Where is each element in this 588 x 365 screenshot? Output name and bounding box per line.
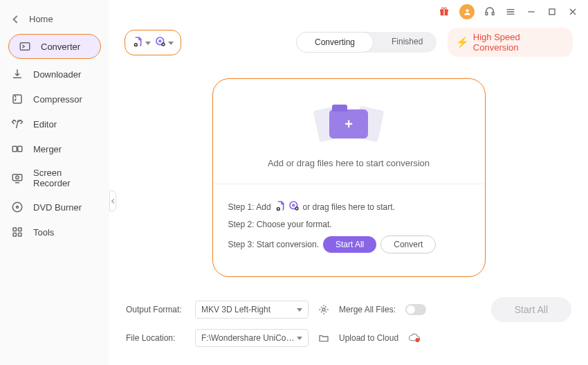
step-3: Step 3: Start conversion. Start All Conv… xyxy=(228,235,470,253)
sidebar-item-label: Downloader xyxy=(33,69,81,80)
dvd-burner-icon xyxy=(11,201,24,213)
svg-point-5 xyxy=(16,176,19,179)
svg-point-23 xyxy=(159,40,161,42)
start-all-button[interactable]: Start All xyxy=(323,236,376,253)
merge-label: Merge All Files: xyxy=(339,305,396,314)
editor-icon xyxy=(11,118,24,130)
add-file-icon xyxy=(132,36,143,49)
sidebar-item-screen-recorder[interactable]: Screen Recorder xyxy=(0,161,109,195)
maximize-icon[interactable] xyxy=(546,6,558,17)
sidebar-item-label: Screen Recorder xyxy=(33,168,98,188)
file-location-label: File Location: xyxy=(126,333,185,343)
output-format-select[interactable]: MKV 3D Left-Right xyxy=(195,301,309,319)
svg-rect-3 xyxy=(18,146,22,152)
add-file-icon xyxy=(275,200,286,213)
compressor-icon xyxy=(11,93,24,105)
svg-point-30 xyxy=(416,338,420,342)
svg-rect-9 xyxy=(19,228,22,231)
folder-icon: + xyxy=(329,109,368,139)
home-label: Home xyxy=(29,14,53,24)
main-panel: Converting Finished ⚡ High Speed Convers… xyxy=(109,0,588,365)
add-file-button[interactable] xyxy=(132,36,151,49)
add-disc-icon xyxy=(155,36,166,49)
svg-point-6 xyxy=(12,202,22,212)
step-1-post: or drag files here to start. xyxy=(303,202,395,212)
svg-point-17 xyxy=(466,9,468,12)
screen-recorder-icon xyxy=(11,172,24,184)
svg-point-29 xyxy=(322,308,325,311)
gear-icon[interactable] xyxy=(318,304,329,315)
home-button[interactable]: Home xyxy=(0,7,109,31)
user-avatar[interactable] xyxy=(459,4,475,19)
menu-icon[interactable] xyxy=(505,6,516,17)
bottombar: Output Format: MKV 3D Left-Right Merge A… xyxy=(109,289,588,365)
svg-rect-1 xyxy=(13,95,21,103)
caret-down-icon xyxy=(145,42,151,45)
sidebar-item-editor[interactable]: Editor xyxy=(0,112,109,136)
close-icon[interactable] xyxy=(567,6,578,17)
sidebar-item-converter[interactable]: Converter xyxy=(8,34,101,59)
svg-rect-18 xyxy=(486,12,488,15)
svg-rect-2 xyxy=(12,146,17,152)
tools-icon xyxy=(11,226,24,238)
folder-open-icon[interactable] xyxy=(318,332,329,344)
step-3-text: Step 3: Start conversion. xyxy=(228,240,319,249)
chevron-left-icon xyxy=(111,198,116,203)
sidebar-item-dvd-burner[interactable]: DVD Burner xyxy=(0,195,109,220)
svg-point-15 xyxy=(442,8,444,10)
titlebar xyxy=(109,0,588,24)
svg-point-16 xyxy=(445,8,447,10)
file-location-select[interactable]: F:\Wondershare UniConverter 1 xyxy=(195,329,309,347)
folder-stack-icon: + xyxy=(311,100,387,148)
add-disc-icon xyxy=(288,200,300,213)
svg-rect-4 xyxy=(12,175,22,181)
downloader-icon xyxy=(11,68,24,80)
start-all-main-button[interactable]: Start All xyxy=(491,297,571,322)
cloud-icon[interactable] xyxy=(408,333,421,343)
sidebar-collapse-button[interactable] xyxy=(109,190,116,211)
hsc-label: High Speed Conversion xyxy=(473,32,564,53)
output-row: Output Format: MKV 3D Left-Right Merge A… xyxy=(126,297,571,322)
sidebar-item-compressor[interactable]: Compressor xyxy=(0,87,109,112)
svg-point-27 xyxy=(293,204,295,206)
add-tools-group xyxy=(125,30,181,55)
svg-rect-19 xyxy=(492,12,494,15)
sidebar: Home Converter Downloader Compressor Edi… xyxy=(0,0,109,365)
sidebar-item-label: Converter xyxy=(41,42,80,52)
sidebar-item-label: Tools xyxy=(33,227,54,238)
bolt-icon: ⚡ xyxy=(456,36,469,48)
tabs: Converting Finished xyxy=(296,32,437,53)
convert-button[interactable]: Convert xyxy=(380,235,436,253)
merger-icon xyxy=(11,143,24,155)
location-row: File Location: F:\Wondershare UniConvert… xyxy=(126,329,571,347)
sidebar-item-downloader[interactable]: Downloader xyxy=(0,62,109,87)
minimize-icon[interactable] xyxy=(526,6,537,17)
sidebar-item-label: Compressor xyxy=(33,94,82,105)
add-disc-button[interactable] xyxy=(155,36,174,49)
gift-icon[interactable] xyxy=(439,6,450,17)
svg-point-7 xyxy=(17,206,19,208)
plus-icon: + xyxy=(344,116,353,132)
svg-rect-8 xyxy=(13,228,17,231)
svg-rect-20 xyxy=(549,9,555,15)
sidebar-item-label: Merger xyxy=(33,144,62,154)
caret-down-icon xyxy=(297,308,302,312)
high-speed-conversion-button[interactable]: ⚡ High Speed Conversion xyxy=(448,28,573,57)
dropzone-text: Add or drag files here to start conversi… xyxy=(268,158,430,168)
dropzone[interactable]: + Add or drag files here to start conver… xyxy=(212,78,486,277)
merge-toggle[interactable] xyxy=(405,304,426,315)
headset-icon[interactable] xyxy=(484,6,495,17)
svg-rect-10 xyxy=(13,233,17,237)
svg-rect-14 xyxy=(443,10,444,16)
caret-down-icon xyxy=(168,42,174,45)
content-area: + Add or drag files here to start conver… xyxy=(109,66,588,289)
sidebar-item-label: DVD Burner xyxy=(33,202,82,213)
sidebar-item-merger[interactable]: Merger xyxy=(0,136,109,161)
step-1-pre: Step 1: Add xyxy=(228,202,271,212)
sidebar-item-tools[interactable]: Tools xyxy=(0,220,109,244)
tab-converting[interactable]: Converting xyxy=(296,32,374,53)
sidebar-item-label: Editor xyxy=(33,119,57,130)
tab-finished[interactable]: Finished xyxy=(374,32,437,53)
topbar: Converting Finished ⚡ High Speed Convers… xyxy=(109,24,588,66)
step-2: Step 2: Choose your format. xyxy=(228,220,470,229)
